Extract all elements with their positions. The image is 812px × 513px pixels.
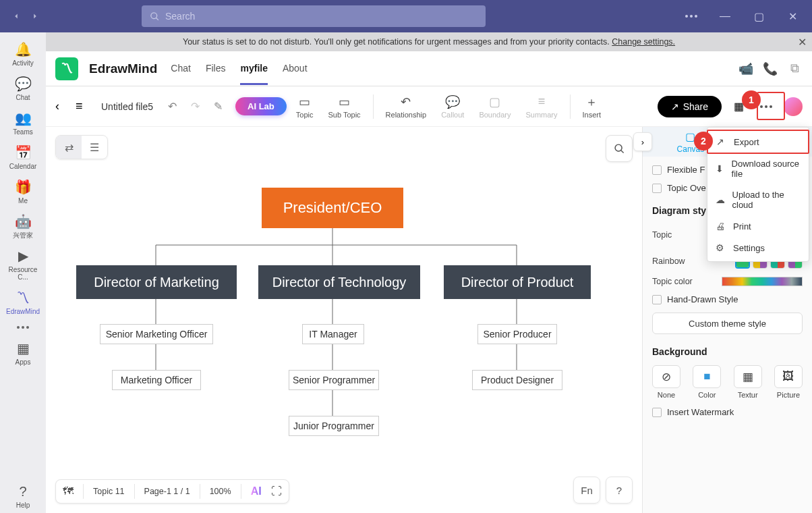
org-ceo[interactable]: President/CEO [262,188,403,228]
export-icon: ↗ [716,136,727,147]
banner-close[interactable]: ✕ [798,36,807,49]
format-painter[interactable]: ✎ [208,97,227,116]
tab-about[interactable]: About [283,52,308,85]
chk-hand-drawn[interactable] [652,295,662,304]
more-dropdown: 2 ↗Export ⬇Download source file ☁Upload … [707,127,809,262]
dd-print[interactable]: 🖨Print [707,215,809,237]
titlebar: Search — ▢ ✕ [0,0,812,32]
share-button[interactable]: ↗Share [658,96,722,117]
canvas[interactable]: ⇄ ☰ [46,127,642,513]
app-name: EdrawMind [89,61,157,76]
rail-apps[interactable]: ▦Apps [3,335,43,370]
org-director-technology[interactable]: Director of Technology [258,265,420,299]
redo-button[interactable]: ↷ [185,97,204,116]
rail-calendar[interactable]: 📅Calendar [3,140,43,174]
fullscreen-icon[interactable]: ⛶ [271,485,282,497]
section-background: Background [652,346,803,357]
main-area: Your status is set to do not disturb. Yo… [46,32,812,513]
tb-back[interactable]: ‹ [55,99,71,113]
tb-menu[interactable]: ≡ [76,99,92,113]
dd-settings[interactable]: ⚙Settings [707,237,809,259]
chk-watermark[interactable] [652,408,662,417]
window-minimize[interactable]: — [711,5,739,27]
bg-picture[interactable]: 🖼Picture [774,365,803,399]
tool-boundary[interactable]: ▢Boundary [473,94,516,119]
org-leaf[interactable]: Marketing Officer [112,370,201,390]
tab-files[interactable]: Files [206,52,226,85]
tab-myfile[interactable]: myfile [240,52,267,85]
avatar[interactable] [784,97,803,116]
topic-color-strip[interactable] [722,277,803,286]
rail-help[interactable]: ?Help [3,479,43,513]
window-close[interactable]: ✕ [778,5,807,27]
dd-download[interactable]: ⬇Download source file [707,153,809,184]
collapse-panel[interactable]: › [633,132,652,151]
tool-relationship[interactable]: ↶Relationship [380,94,432,119]
help-circle[interactable]: ? [606,477,633,504]
tool-subtopic[interactable]: ▭Sub Topic [322,94,366,119]
view-mindmap[interactable]: ⇄ [56,136,82,159]
org-leaf[interactable]: Senior Producer [477,324,557,344]
filename: Untitled file5 [101,101,153,112]
bottom-bar: 🗺 Topic 11 Page-1 1 / 1 100% AI ⛶ [55,479,289,504]
org-leaf[interactable]: Senior Programmer [289,370,379,390]
nav-forward[interactable] [27,8,43,24]
org-director-marketing[interactable]: Director of Marketing [76,265,237,299]
rail-me[interactable]: 🎁Me [3,174,43,209]
view-outline[interactable]: ☰ [82,136,107,159]
org-leaf[interactable]: Junior Programmer [289,416,379,436]
global-search[interactable]: Search [142,5,486,27]
fn-button[interactable]: Fn [573,477,600,504]
tool-callout[interactable]: 💬Callout [436,94,469,119]
tool-topic[interactable]: ▭Topic [291,94,319,119]
bg-texture[interactable]: ▦Textur [734,365,762,399]
org-leaf[interactable]: Product Designer [472,370,562,390]
share-icon: ↗ [671,101,679,112]
zoom-level[interactable]: 100% [210,487,231,496]
tool-summary[interactable]: ≡Summary [520,94,562,119]
rail-activity[interactable]: 🔔Activity [3,36,43,71]
page-info[interactable]: Page-1 1 / 1 [144,487,190,496]
window-maximize[interactable]: ▢ [745,5,773,27]
canvas-search[interactable] [606,135,633,162]
ai-lab-button[interactable]: AI Lab [235,97,287,115]
callout-badge-2: 2 [694,132,713,151]
org-leaf[interactable]: IT Manager [302,324,364,344]
titlebar-more[interactable] [677,5,705,27]
map-icon[interactable]: 🗺 [63,485,74,497]
nav-back[interactable] [8,8,24,24]
phone-icon[interactable]: 📞 [762,61,778,77]
org-leaf[interactable]: Senior Marketing Officer [100,324,213,344]
tool-insert[interactable]: ＋Insert [577,94,607,119]
undo-button[interactable]: ↶ [163,97,181,116]
rail-bot[interactable]: 🤖兴管家 [3,209,43,243]
popout-icon[interactable]: ⧉ [786,61,803,77]
video-icon[interactable]: 📹 [738,61,754,77]
view-toggle: ⇄ ☰ [55,135,108,159]
bg-color[interactable]: ■Color [693,365,721,399]
bg-none[interactable]: ⊘None [652,365,680,399]
tab-chat[interactable]: Chat [171,52,191,85]
chk-flexible[interactable] [652,165,662,175]
rail-chat[interactable]: 💬Chat [3,71,43,105]
rail-resource[interactable]: ▶Resource C... [3,243,43,285]
change-settings-link[interactable]: Change settings. [612,37,675,47]
apps-icon: ▦ [17,340,30,357]
rail-edrawmind[interactable]: 〽EdrawMind [3,285,43,319]
gift-icon: 🎁 [15,178,32,196]
org-director-product[interactable]: Director of Product [444,265,591,299]
bot-icon: 🤖 [15,213,32,230]
left-rail: 🔔Activity 💬Chat 👥Teams 📅Calendar 🎁Me 🤖兴管… [0,32,46,513]
app-header: 〽 EdrawMind Chat Files myfile About 📹 📞 … [46,51,812,86]
chk-overlap[interactable] [652,184,662,193]
dd-upload[interactable]: ☁Upload to the cloud [707,184,809,215]
rail-teams[interactable]: 👥Teams [3,105,43,140]
teams-icon: 👥 [15,109,32,127]
status-banner: Your status is set to do not disturb. Yo… [46,32,812,51]
print-icon: 🖨 [716,221,726,232]
calendar-icon: 📅 [15,144,32,161]
rail-more[interactable] [17,319,29,335]
dd-export[interactable]: ↗Export [707,130,809,154]
ai-icon[interactable]: AI [251,485,262,497]
custom-theme-button[interactable]: Custom theme style [652,313,803,334]
